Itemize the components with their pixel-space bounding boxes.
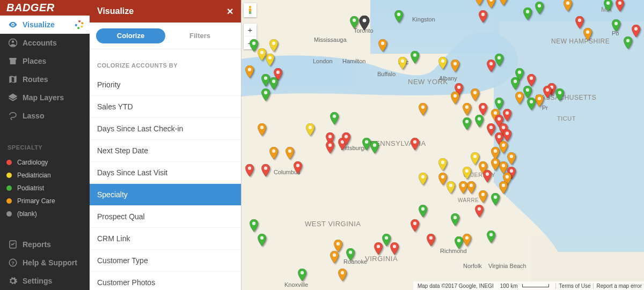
- sidebar-item-map-layers[interactable]: Map Layers: [0, 88, 90, 107]
- map-pin[interactable]: [261, 164, 270, 177]
- map-pin[interactable]: [478, 10, 488, 23]
- map-pin[interactable]: [338, 269, 347, 281]
- sidebar-item-lasso[interactable]: Lasso: [0, 107, 90, 125]
- map-pin[interactable]: [297, 269, 307, 281]
- map-pin[interactable]: [478, 190, 488, 203]
- tab-filters[interactable]: Filters: [165, 28, 235, 43]
- map-pin[interactable]: [466, 181, 476, 194]
- sidebar-item-reports[interactable]: Reports: [0, 235, 90, 254]
- map-pin[interactable]: [374, 242, 383, 255]
- map-pin[interactable]: [526, 98, 536, 110]
- map-pin[interactable]: [390, 242, 399, 255]
- map-pin[interactable]: [462, 167, 472, 180]
- colorize-option-specialty[interactable]: Specialty: [90, 184, 241, 206]
- map-pin[interactable]: [502, 129, 512, 142]
- map-pin[interactable]: [293, 161, 303, 174]
- colorize-option-next-step-date[interactable]: Next Step Date: [90, 140, 241, 162]
- map-pin[interactable]: [515, 68, 524, 81]
- report-error-link[interactable]: Report a map error: [593, 283, 642, 289]
- map-pin[interactable]: [257, 234, 267, 247]
- map-pin[interactable]: [305, 123, 315, 136]
- map-pin[interactable]: [269, 147, 279, 160]
- map-pin[interactable]: [245, 164, 254, 177]
- map-pin[interactable]: [462, 103, 472, 116]
- map-pin[interactable]: [346, 248, 355, 261]
- close-icon[interactable]: ✕: [225, 6, 235, 16]
- map-pin[interactable]: [245, 65, 254, 78]
- colorize-option-crm-link[interactable]: CRM Link: [90, 228, 241, 250]
- map-pin[interactable]: [491, 193, 500, 206]
- sidebar-item-accounts[interactable]: Accounts: [0, 34, 90, 52]
- map-pin[interactable]: [515, 92, 524, 105]
- map-pin[interactable]: [470, 88, 480, 101]
- map-pin[interactable]: [499, 141, 508, 154]
- map-pin[interactable]: [494, 54, 504, 66]
- map-pin[interactable]: [446, 181, 456, 194]
- map-canvas[interactable]: NEW YORK PENNSYLVANIA WEST VIRGINIA VIRG…: [241, 0, 644, 290]
- map-pin[interactable]: [583, 28, 592, 41]
- map-pin[interactable]: [269, 77, 279, 90]
- map-pin[interactable]: [450, 92, 460, 105]
- map-pin[interactable]: [462, 117, 472, 130]
- colorize-option-prospect-qual[interactable]: Prospect Qual: [90, 206, 241, 228]
- map-pin[interactable]: [330, 112, 339, 125]
- map-pin[interactable]: [450, 213, 460, 226]
- map-pin[interactable]: [341, 132, 351, 145]
- map-pin[interactable]: [410, 51, 420, 64]
- map-pin[interactable]: [261, 88, 270, 101]
- map-pin[interactable]: [575, 16, 584, 29]
- colorize-option-customer-type[interactable]: Customer Type: [90, 250, 241, 272]
- map-pin[interactable]: [330, 251, 339, 264]
- map-pin[interactable]: [438, 57, 448, 70]
- pegman-icon[interactable]: [244, 3, 257, 17]
- map-pin[interactable]: [535, 2, 544, 14]
- map-pin[interactable]: [450, 60, 460, 72]
- map-pin[interactable]: [285, 147, 295, 160]
- sidebar-item-places[interactable]: Places: [0, 52, 90, 70]
- sidebar-item-settings[interactable]: Settings: [0, 272, 90, 290]
- colorize-option-days-since-last-visit[interactable]: Days Since Last Visit: [90, 162, 241, 184]
- map-pin[interactable]: [370, 141, 379, 154]
- map-pin[interactable]: [474, 205, 484, 218]
- map-pin[interactable]: [249, 219, 259, 232]
- map-pin[interactable]: [257, 123, 267, 136]
- map-pin[interactable]: [502, 109, 512, 122]
- map-pin[interactable]: [563, 0, 573, 12]
- map-pin[interactable]: [486, 0, 496, 9]
- map-pin[interactable]: [615, 0, 625, 12]
- map-pin[interactable]: [418, 173, 428, 185]
- map-pin[interactable]: [499, 0, 508, 6]
- map-pin[interactable]: [623, 36, 633, 49]
- map-pin[interactable]: [474, 115, 484, 128]
- map-pin[interactable]: [603, 0, 613, 12]
- legend-item[interactable]: Cardiology: [0, 156, 90, 169]
- map-pin[interactable]: [249, 39, 259, 52]
- map-pin[interactable]: [523, 8, 532, 20]
- sidebar-item-visualize[interactable]: Visualize: [0, 16, 90, 34]
- map-pin[interactable]: [325, 141, 335, 154]
- map-pin[interactable]: [410, 138, 420, 151]
- colorize-option-sales-ytd[interactable]: Sales YTD: [90, 96, 241, 118]
- map-pin[interactable]: [494, 98, 504, 110]
- tab-colorize[interactable]: Colorize: [96, 28, 165, 43]
- legend-item[interactable]: Primary Care: [0, 195, 90, 207]
- map-pin[interactable]: [269, 39, 279, 52]
- sidebar-item-routes[interactable]: Routes: [0, 70, 90, 88]
- map-pin[interactable]: [333, 240, 343, 252]
- terms-link[interactable]: Terms of Use: [555, 283, 591, 289]
- colorize-option-customer-photos[interactable]: Customer Photos: [90, 272, 241, 290]
- map-pin[interactable]: [555, 88, 565, 101]
- map-pin[interactable]: [410, 219, 420, 232]
- map-pin[interactable]: [631, 25, 641, 38]
- legend-item[interactable]: Pediatrician: [0, 169, 90, 182]
- map-pin[interactable]: [398, 57, 407, 70]
- legend-item[interactable]: (blank): [0, 207, 90, 220]
- map-pin[interactable]: [611, 19, 621, 32]
- map-pin[interactable]: [474, 0, 484, 6]
- map-pin[interactable]: [526, 74, 536, 87]
- map-pin[interactable]: [394, 10, 404, 23]
- map-pin[interactable]: [426, 234, 436, 247]
- colorize-option-priority[interactable]: Priority: [90, 74, 241, 96]
- map-pin[interactable]: [543, 86, 552, 99]
- map-pin[interactable]: [499, 181, 508, 194]
